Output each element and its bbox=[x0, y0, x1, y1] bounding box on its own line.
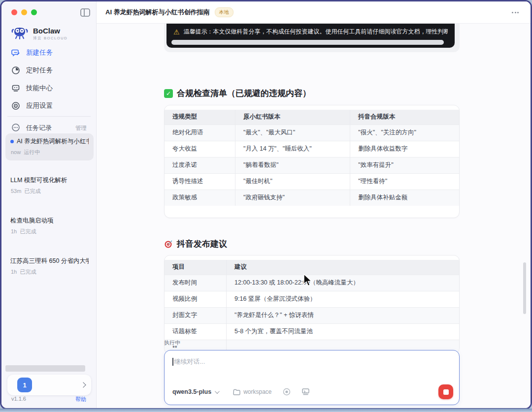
compliance-table: 违规类型原小红书版本抖音合规版本绝对化用语"最火"、"最大风口""很火"、"关注… bbox=[165, 110, 459, 206]
table-cell: 9:16 竖屏（全屏沉浸式体验） bbox=[227, 291, 459, 307]
chevron-right-icon bbox=[80, 382, 86, 387]
workspace-button[interactable]: workspace bbox=[233, 388, 271, 395]
table-cell: 发布时间 bbox=[165, 275, 227, 291]
table-row: 发布时间12:00-13:30 或 18:00-22:00（晚高峰流量大） bbox=[165, 275, 459, 291]
sidebar-item-label: 新建任务 bbox=[26, 48, 53, 57]
more-icon[interactable] bbox=[509, 9, 522, 16]
table-cell: 5-8 个为宜，覆盖不同流量池 bbox=[227, 323, 459, 340]
table-header-cell: 建议 bbox=[227, 260, 459, 275]
stop-square-icon bbox=[443, 389, 449, 395]
brand: BoClaw 博云 BOCLOUD bbox=[10, 23, 67, 44]
section-heading-douyin: 抖音发布建议 bbox=[164, 238, 460, 250]
sidebar-item-label: 应用设置 bbox=[26, 101, 53, 110]
table-row: 话题标签5-8 个为宜，覆盖不同流量池 bbox=[165, 323, 459, 340]
notice-banner: ⚠ 温馨提示：本文仅做科普分享，不构成任何投资建议。使用任何工具前请仔细阅读官方… bbox=[166, 24, 455, 48]
sidebar-item-app-settings[interactable]: 应用设置 bbox=[6, 97, 92, 115]
app-version: v1.1.6 bbox=[11, 396, 26, 403]
help-link[interactable]: 帮助 bbox=[75, 396, 86, 403]
task-list-item[interactable]: AI 养龙虾热词解析与小红书创作指南 now 运行中 bbox=[5, 133, 94, 160]
chat-input-placeholder: 继续对话... bbox=[174, 357, 205, 366]
task-records-label: 任务记录 bbox=[26, 124, 52, 132]
table-cell: "效率有提升" bbox=[350, 157, 459, 173]
settings-icon bbox=[11, 101, 20, 110]
sidebar-scroll-handle[interactable] bbox=[5, 365, 85, 372]
table-cell: 夸大收益 bbox=[165, 141, 235, 157]
table-header-cell: 抖音合规版本 bbox=[350, 110, 459, 125]
table-cell: 政策敏感 bbox=[165, 190, 235, 206]
chevron-down-icon bbox=[215, 389, 220, 394]
titlebar: AI 养龙虾热词解析与小红书创作指南 本地 bbox=[97, 1, 531, 24]
sidebar-toggle-icon[interactable] bbox=[80, 7, 91, 17]
close-window-button[interactable] bbox=[11, 9, 17, 15]
notice-text: 温馨提示：本文仅做科普分享，不构成任何投资建议。使用任何工具前请仔细阅读官方文档… bbox=[184, 28, 448, 36]
table-cell: 绝对化用语 bbox=[165, 125, 235, 141]
update-count-badge: 1 bbox=[17, 378, 32, 392]
brand-name: BoClaw bbox=[33, 27, 67, 35]
table-row: 绝对化用语"最火"、"最大风口""很火"、"关注的方向" bbox=[165, 125, 459, 141]
compliance-table-card: 违规类型原小红书版本抖音合规版本绝对化用语"最火"、"最大风口""很火"、"关注… bbox=[164, 105, 460, 218]
table-cell: 视频比例 bbox=[165, 291, 227, 307]
clock-icon bbox=[11, 66, 20, 75]
page-title: AI 养龙虾热词解析与小红书创作指南 bbox=[105, 8, 210, 17]
computer-icon[interactable] bbox=[301, 388, 310, 396]
local-badge: 本地 bbox=[215, 7, 233, 17]
sidebar-item-scheduled-tasks[interactable]: 定时任务 bbox=[6, 62, 92, 79]
table-cell: "月入 14 万"、"睡后收入" bbox=[235, 141, 350, 157]
table-header-cell: 项目 bbox=[165, 260, 227, 275]
globe-icon[interactable] bbox=[283, 388, 291, 396]
target-icon bbox=[164, 240, 173, 249]
sidebar-item-skills-center[interactable]: 技能中心 bbox=[6, 79, 92, 97]
table-cell: 封面文字 bbox=[165, 307, 227, 323]
stop-button[interactable] bbox=[438, 384, 453, 399]
main-area: AI 养龙虾热词解析与小红书创作指南 本地 ⚠ 温馨提示：本文仅做科普分享，不构… bbox=[97, 1, 531, 408]
vertical-scrollbar[interactable] bbox=[523, 262, 526, 314]
zoom-window-button[interactable] bbox=[31, 9, 37, 15]
manage-records-button[interactable]: 管理 bbox=[75, 125, 87, 132]
table-cell: "最佳时机" bbox=[235, 173, 350, 190]
table-row: 封面文字"养龙虾是什么？" + 惊讶表情 bbox=[165, 307, 459, 323]
sidebar-divider bbox=[7, 116, 91, 117]
table-cell: 诱导性描述 bbox=[165, 173, 235, 190]
skills-icon bbox=[11, 84, 20, 93]
notice-card: ⚠ 温馨提示：本文仅做科普分享，不构成任何投资建议。使用任何工具前请仔细阅读官方… bbox=[164, 24, 460, 52]
sidebar-item-label: 技能中心 bbox=[26, 84, 53, 93]
table-cell: "政府砸钱支持" bbox=[235, 190, 350, 206]
folder-icon bbox=[233, 389, 240, 395]
table-cell: "很火"、"关注的方向" bbox=[350, 125, 459, 141]
table-cell: "养龙虾是什么？" + 惊讶表情 bbox=[227, 307, 459, 323]
task-list-item[interactable]: LLM 模型可视化解析 53m 已完成 bbox=[5, 171, 94, 201]
text-caret bbox=[172, 358, 173, 366]
running-dot-icon bbox=[10, 140, 14, 143]
table-header-cell: 原小红书版本 bbox=[235, 110, 350, 125]
model-selector[interactable]: qwen3.5-plus bbox=[172, 388, 218, 395]
update-card[interactable]: 1 bbox=[7, 375, 91, 395]
sidebar-item-label: 定时任务 bbox=[26, 66, 53, 75]
table-cell: 删除具体补贴金额 bbox=[350, 190, 459, 206]
chat-input[interactable]: 继续对话... bbox=[172, 357, 452, 366]
sidebar-item-new-task[interactable]: 新建任务 bbox=[6, 44, 92, 62]
section-heading-compliance: ✓ 合规检查清单（已规避的违规内容） bbox=[164, 88, 460, 99]
table-cell: 删除具体收益数字 bbox=[350, 141, 459, 157]
task-list-item[interactable]: 检查电脑启动项 1h 已完成 bbox=[5, 212, 94, 241]
ellipsis-circle-icon bbox=[11, 123, 20, 133]
compose-icon bbox=[11, 48, 20, 57]
composer: 继续对话... qwen3.5-plus workspace bbox=[164, 350, 460, 405]
status-label: 执行中 bbox=[164, 339, 460, 347]
task-list: AI 养龙虾热词解析与小红书创作指南 now 运行中 LLM 模型可视化解析 5… bbox=[5, 133, 94, 285]
horizontal-scrollbar[interactable] bbox=[171, 40, 444, 45]
minimize-window-button[interactable] bbox=[21, 9, 27, 15]
table-header-cell: 违规类型 bbox=[165, 110, 235, 125]
workspace-label: workspace bbox=[243, 388, 271, 395]
table-row: 诱导性描述"最佳时机""理性看待" bbox=[165, 173, 459, 190]
table-cell: "理性看待" bbox=[350, 173, 459, 190]
brand-subtitle: 博云 BOCLOUD bbox=[33, 36, 67, 41]
model-name: qwen3.5-plus bbox=[172, 388, 211, 395]
task-list-item[interactable]: 江苏高三理科 650 分省内大学志愿 1h 已完成 bbox=[5, 252, 94, 282]
app-window: BoClaw 博云 BOCLOUD 新建任务 定时任务 bbox=[0, 0, 532, 412]
sidebar-nav: 新建任务 定时任务 技能中心 bbox=[6, 44, 92, 115]
composer-toolbar: qwen3.5-plus workspace bbox=[172, 384, 453, 399]
table-row: 视频比例9:16 竖屏（全屏沉浸式体验） bbox=[165, 291, 459, 307]
table-cell: "躺着看数据" bbox=[235, 157, 350, 173]
table-cell: 12:00-13:30 或 18:00-22:00（晚高峰流量大） bbox=[227, 275, 459, 291]
sidebar: BoClaw 博云 BOCLOUD 新建任务 定时任务 bbox=[1, 1, 97, 408]
